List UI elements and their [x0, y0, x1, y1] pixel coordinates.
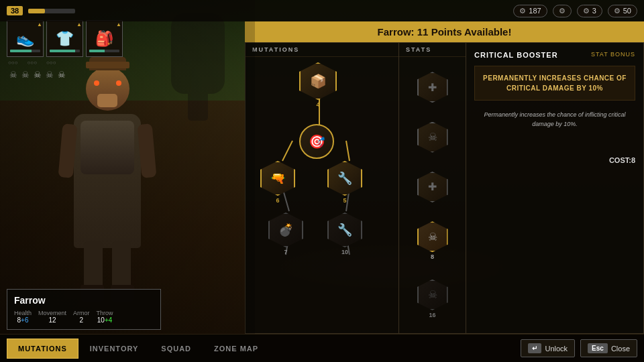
svg-line-1: [282, 141, 292, 161]
skull-icon-5: ☠: [58, 70, 66, 80]
info-title: CRITICAL BOOSTER: [474, 51, 558, 59]
skull-row: ☠ ☠ ☠ ☠ ☠: [7, 68, 123, 81]
currency-4-pill: ⚙ 50: [608, 5, 637, 17]
armor-stat: Armor 2: [73, 310, 90, 324]
close-label: Close: [611, 345, 630, 353]
armor-value: 2: [80, 316, 84, 324]
mut-node-left-num: 6: [276, 197, 279, 204]
skull-icon-1: ☠: [9, 70, 17, 80]
tab-zone-map[interactable]: ZONE MAP: [203, 339, 270, 359]
tab-squad[interactable]: SQUAD: [150, 339, 203, 359]
health-bonus: +6: [21, 316, 28, 324]
top-right-stats: ⚙ 187 ⚙ ⚙ 3 ⚙ 50: [513, 5, 637, 17]
stat-nodes-list: ✚ ☠ ✚ ☠ 8 ☠ 16: [399, 57, 466, 333]
info-panel: CRITICAL BOOSTER STAT BONUS PERMANENTLY …: [466, 42, 644, 334]
tab-mutations[interactable]: MUTATIONS: [7, 339, 78, 359]
bottom-right-buttons: ↵ Unlock Esc Close: [521, 339, 637, 357]
character-info-box: Farrow Health 8+6 Movement 12 Armor 2 Th…: [7, 289, 161, 330]
points-banner: Farrow: 11 Points Available!: [245, 21, 644, 42]
slot-labels: ○○○ ○○○ ○○○: [7, 60, 123, 66]
info-title-row: CRITICAL BOOSTER STAT BONUS: [474, 51, 635, 59]
close-button[interactable]: Esc Close: [580, 339, 637, 357]
equip-slot-3[interactable]: 🎒 ▲: [86, 20, 123, 57]
top-bar: 38 ⚙ 187 ⚙ ⚙ 3 ⚙ 50: [0, 0, 644, 21]
stat-node-4[interactable]: ☠ 8: [417, 221, 448, 260]
equipment-area: 👟 ▲ 👕 ▲ 🎒 ▲ ○○○ ○○○ ○○○ ☠ ☠ ☠: [7, 20, 123, 81]
unlock-key: ↵: [528, 343, 541, 353]
mutations-panel: MUTATIONS: [245, 42, 399, 334]
throw-stat: Throw 10+4: [97, 310, 113, 324]
currency-3-icon: ⚙: [583, 7, 590, 15]
close-key: Esc: [588, 343, 608, 353]
xp-fill: [28, 9, 45, 13]
slot-stat-1: ○○○: [8, 60, 18, 66]
unlock-label: Unlock: [545, 345, 568, 353]
mut-node-left[interactable]: 🔫 6: [260, 161, 295, 204]
skull-icon-2: ☠: [21, 70, 30, 80]
mutations-grid: 📦 4 🎯 🔫 6 🔧 5: [246, 57, 398, 333]
tab-inventory[interactable]: INVENTORY: [78, 339, 150, 359]
panels-row: MUTATIONS: [245, 42, 644, 334]
level-badge: 38: [7, 6, 23, 15]
equip-slot-1[interactable]: 👟 ▲: [7, 20, 44, 57]
currency-2-pill: ⚙: [553, 5, 572, 17]
mut-node-bot1-num: 7: [284, 249, 287, 255]
cost-value: 8: [631, 156, 635, 164]
points-text: Farrow: 11 Points Available!: [378, 26, 512, 38]
info-main-text: PERMANENTLY INCREASES CHANCE OF CRITICAL…: [474, 66, 635, 101]
nav-tabs: MUTATIONS INVENTORY SQUAD ZONE MAP: [7, 339, 270, 359]
throw-value: 10: [97, 316, 105, 324]
slot-stat-2: ○○○: [28, 60, 38, 66]
equip-slot-2[interactable]: 👕 ▲: [46, 20, 83, 57]
mutations-header: MUTATIONS: [246, 43, 398, 57]
xp-bar: [28, 9, 75, 13]
currency-4-icon: ⚙: [614, 7, 621, 15]
skull-icon-4: ☠: [46, 70, 54, 80]
mut-node-bot2[interactable]: 🔧 10: [327, 213, 362, 255]
mut-node-1[interactable]: 📦 4: [299, 62, 337, 108]
info-cost: COST:8: [474, 129, 635, 164]
slot-stat-3: ○○○: [46, 60, 56, 66]
mut-node-mid2-num: 5: [343, 197, 346, 204]
stats-panel: STATS ✚ ☠ ✚ ☠ 8: [399, 42, 466, 334]
bottom-nav: MUTATIONS INVENTORY SQUAD ZONE MAP ↵ Unl…: [0, 334, 644, 362]
mut-node-bot2-num: 10: [341, 249, 348, 255]
character-stats: Health 8+6 Movement 12 Armor 2 Throw 10+…: [14, 310, 154, 324]
currency-4-value: 50: [623, 7, 631, 15]
stats-header: STATS: [399, 43, 466, 57]
stat-node-1[interactable]: ✚: [417, 72, 448, 103]
mut-node-1-num: 4: [316, 101, 319, 108]
stat-node-4-num: 8: [431, 253, 434, 260]
cost-label: COST:: [609, 156, 631, 164]
stat-node-5-num: 16: [429, 312, 435, 318]
stat-node-2[interactable]: ☠: [417, 122, 448, 153]
stat-node-5[interactable]: ☠ 16: [417, 280, 448, 318]
stat-node-3[interactable]: ✚: [417, 172, 448, 202]
movement-value: 12: [48, 316, 56, 324]
mut-node-mid2[interactable]: 🔧 5: [327, 161, 362, 204]
mut-node-bot1[interactable]: 💣 7: [268, 213, 303, 255]
movement-stat: Movement 12: [38, 310, 66, 324]
throw-bonus: +4: [105, 316, 112, 324]
currency-3-value: 3: [592, 7, 596, 15]
mut-node-mid[interactable]: 🎯: [299, 124, 334, 159]
currency-1-pill: ⚙ 187: [513, 5, 547, 17]
info-subtitle: STAT BONUS: [591, 51, 635, 58]
character-name: Farrow: [14, 295, 154, 306]
currency-3-pill: ⚙ 3: [577, 5, 602, 17]
equipment-slots-row: 👟 ▲ 👕 ▲ 🎒 ▲: [7, 20, 123, 57]
info-description: Permanently increases the chance of infl…: [474, 110, 635, 129]
unlock-button[interactable]: ↵ Unlock: [521, 339, 575, 357]
currency-1-value: 187: [529, 7, 541, 15]
main-panels-area: Farrow: 11 Points Available! MUTATIONS: [245, 21, 644, 334]
currency-2-icon: ⚙: [559, 7, 566, 15]
svg-line-2: [346, 141, 350, 161]
skull-icon-3: ☠: [34, 70, 42, 80]
health-stat: Health 8+6: [14, 310, 32, 324]
currency-1-icon: ⚙: [519, 7, 526, 15]
